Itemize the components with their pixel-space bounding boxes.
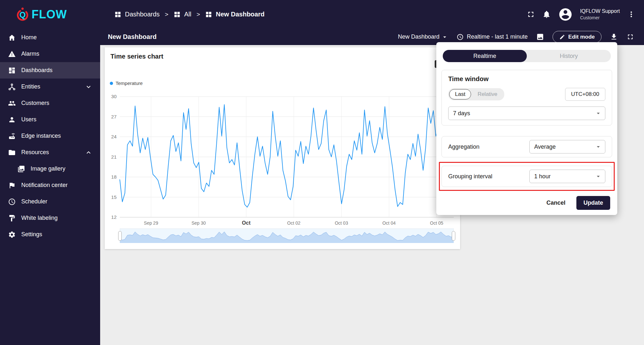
more-vert-icon[interactable] [627,10,636,19]
time-window-section: Time window Last Relative UTC+08:00 7 da… [441,70,612,126]
settings-icon [8,231,16,238]
customers-icon [8,99,16,107]
image-icon[interactable] [536,33,544,41]
dashboard-select-value: New Dashboard [398,33,440,40]
minimap-right-handle[interactable] [452,231,455,241]
update-button[interactable]: Update [576,196,610,210]
sidebar-item-white-labeling[interactable]: White labeling [0,210,100,226]
timewindow-popup: Realtime History Time window Last Relati… [436,42,617,215]
tab-history[interactable]: History [527,50,611,62]
sidebar-item-label: Edge instances [21,133,61,139]
timezone-button[interactable]: UTC+08:00 [565,88,605,101]
avatar[interactable] [558,7,573,22]
users-icon [8,116,16,124]
aggregation-value: Average [534,144,556,150]
sidebar-item-label: Home [21,34,37,41]
sidebar-item-alarms[interactable]: Alarms [0,46,100,62]
line-chart[interactable]: 30272421181512Sep 29Sep 30OctOct 02Oct 0… [105,94,460,232]
clock-icon [457,33,464,41]
tab-realtime[interactable]: Realtime [443,50,527,62]
sidebar-item-scheduler[interactable]: Scheduler [0,193,100,210]
warning-icon [8,50,16,58]
mode-last[interactable]: Last [449,89,471,99]
user-role: Customer [580,15,620,21]
mode-relative[interactable]: Relative [472,89,503,99]
home-icon [8,34,16,42]
page-title: New Dashboard [108,33,156,41]
sidebar-item-notification-center[interactable]: Notification center [0,177,100,193]
sidebar-item-label: Alarms [21,51,39,57]
svg-text:Sep 29: Sep 29 [144,220,158,226]
aggregation-select[interactable]: Average [529,140,605,154]
popup-footer: Cancel Update [545,196,610,210]
range-select-value: 7 days [453,110,470,117]
sidebar-item-label: Users [21,116,36,123]
dashboard-grid-icon [114,11,121,18]
sidebar-item-image-gallery[interactable]: Image gallery [0,161,100,177]
sidebar-item-resources[interactable]: Resources [0,144,100,161]
notifications-bell-icon[interactable] [542,10,551,19]
sidebar-item-entities[interactable]: Entities [0,79,100,95]
svg-text:Oct 05: Oct 05 [430,220,443,226]
minimap-left-handle[interactable] [118,231,122,241]
edge-icon [8,132,16,140]
dashboard-grid-icon [174,11,181,18]
grouping-interval-value: 1 hour [534,173,551,180]
chevron-down-icon [85,83,92,91]
logo-q-icon: Q [15,7,30,22]
breadcrumb-item-new-dashboard[interactable]: New Dashboard [205,11,264,18]
legend-label: Temperature [116,80,143,86]
svg-text:Sep 30: Sep 30 [192,220,206,226]
svg-text:Oct 04: Oct 04 [383,220,396,226]
timewindow-tabs: Realtime History [443,50,611,62]
sidebar-item-edge-instances[interactable]: Edge instances [0,128,100,144]
caret-down-icon [595,173,602,180]
chart-legend[interactable]: Temperature [110,80,143,86]
sidebar-item-label: Resources [21,149,49,156]
sidebar-item-settings[interactable]: Settings [0,226,100,243]
sidebar-item-dashboards[interactable]: Dashboards [0,62,100,79]
fullscreen-icon[interactable] [526,10,535,19]
timewindow-button[interactable]: Realtime - last 1 minute [457,33,528,41]
breadcrumb-item-all[interactable]: All [174,11,191,18]
clock-icon [8,198,16,206]
grouping-interval-select[interactable]: 1 hour [529,170,605,183]
time-window-mode-row: Last Relative UTC+08:00 [448,88,605,101]
sidebar-item-users[interactable]: Users [0,111,100,128]
svg-text:21: 21 [111,154,117,160]
logo-text: FLOW [32,8,67,21]
dashboard-select[interactable]: New Dashboard [398,33,448,41]
svg-text:15: 15 [111,194,117,200]
breadcrumb-separator: > [165,11,168,18]
aggregation-section: Aggregation Average [441,136,612,157]
sidebar-item-home[interactable]: Home [0,29,100,46]
breadcrumb-item-dashboards[interactable]: Dashboards [114,11,160,18]
caret-down-icon [595,143,602,150]
sidebar-item-label: White labeling [21,215,58,221]
dashboard-grid-icon [205,11,212,18]
topbar-actions: IQFLOW Support Customer [526,0,636,29]
app-logo[interactable]: Q FLOW [15,0,67,29]
edit-mode-button[interactable]: Edit mode [553,31,601,43]
cancel-button[interactable]: Cancel [545,199,567,207]
svg-text:30: 30 [111,94,117,99]
timewindow-label: Realtime - last 1 minute [467,33,528,40]
svg-text:12: 12 [111,214,117,220]
chart-minimap[interactable] [120,228,454,243]
sidebar: HomeAlarmsDashboardsEntitiesCustomersUse… [0,29,100,345]
sidebar-item-customers[interactable]: Customers [0,95,100,111]
caret-down-icon [595,110,602,117]
svg-text:Q: Q [19,10,25,19]
range-select[interactable]: 7 days [448,107,605,120]
svg-text:Oct 02: Oct 02 [287,220,300,226]
sidebar-item-label: Entities [21,83,40,90]
paint-icon [8,214,16,222]
expand-icon[interactable] [626,33,634,41]
sidebar-item-label: Dashboards [21,67,52,74]
download-icon[interactable] [610,33,618,41]
svg-text:27: 27 [111,114,117,119]
svg-text:Oct 03: Oct 03 [335,220,348,226]
dashboard-toolbar: New Dashboard Realtime - last 1 minute E… [398,31,634,43]
sidebar-item-label: Image gallery [31,165,65,172]
gallery-icon [17,165,25,173]
